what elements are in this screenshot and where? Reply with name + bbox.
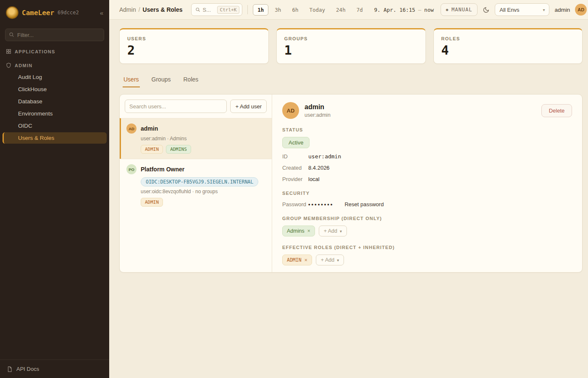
refresh-mode-label: MANUAL — [452, 7, 472, 13]
field-value: user:admin — [308, 153, 341, 160]
time-range-1h[interactable]: 1h — [253, 4, 268, 16]
status-badge: Active — [282, 137, 310, 148]
environment-selected-value: All Envs — [499, 7, 519, 13]
oidc-provider-badge: OIDC:DESKTOP-FB5VGJ9.SIEGELN.INTERNAL — [141, 177, 258, 186]
group-name: Admins — [287, 228, 304, 234]
dark-mode-toggle[interactable] — [483, 6, 490, 13]
search-shortcut-badge: Ctrl+K — [217, 6, 240, 14]
environment-select[interactable]: All Envs ▾ — [495, 3, 549, 16]
tab-bar: Users Groups Roles — [119, 72, 583, 87]
group-membership-row: Admins × + Add ▾ — [282, 226, 572, 236]
chevron-down-icon: ▾ — [543, 8, 545, 12]
effective-roles-heading: EFFECTIVE ROLES (DIRECT + INHERITED) — [282, 245, 572, 250]
sidebar-filter — [5, 29, 104, 41]
main-area: Admin / Users & Roles Ctrl+K 1h 3h 6h To… — [109, 0, 588, 378]
search-icon — [195, 7, 200, 12]
tab-users[interactable]: Users — [123, 72, 140, 87]
api-docs-label: API Docs — [16, 366, 39, 372]
time-range-7d[interactable]: 7d — [352, 4, 368, 16]
sidebar-section-label: ADMIN — [15, 63, 33, 68]
time-range-3h[interactable]: 3h — [270, 4, 286, 16]
global-search-input[interactable] — [203, 7, 215, 13]
app-logo-icon — [6, 6, 18, 19]
sidebar-collapse-icon[interactable]: « — [100, 9, 103, 16]
add-group-button[interactable]: + Add ▾ — [319, 226, 347, 236]
page-content: USERS 2 GROUPS 1 ROLES 4 Users Groups Ro… — [109, 20, 588, 273]
user-list-item-platform-owner[interactable]: PO Platform Owner OIDC:DESKTOP-FB5VGJ9.S… — [120, 159, 272, 212]
password-row: Password •••••••• Reset password — [282, 201, 572, 207]
user-search-input[interactable] — [125, 100, 227, 113]
delete-user-button[interactable]: Delete — [541, 104, 572, 117]
user-badges: ADMIN ADMINS — [141, 145, 266, 154]
sidebar-item-audit-log[interactable]: Audit Log — [3, 71, 107, 83]
role-name: ADMIN — [287, 257, 302, 263]
field-row-created: Created 8.4.2026 — [282, 165, 572, 171]
date-to: now — [424, 7, 434, 13]
tab-groups[interactable]: Groups — [151, 72, 172, 87]
sidebar-api-docs-link[interactable]: API Docs — [0, 360, 109, 378]
sidebar: CameLeer 69dcce2 « APPLICATIONS ADMIN Au… — [0, 0, 109, 378]
stat-value: 2 — [127, 43, 261, 58]
remove-role-icon[interactable]: × — [304, 257, 307, 263]
shield-icon — [6, 63, 11, 68]
user-meta: user:oidc:8evzqofluhld · no groups — [141, 189, 266, 194]
field-label: ID — [282, 153, 308, 160]
breadcrumb-current: Users & Roles — [143, 6, 183, 13]
sidebar-section-label: APPLICATIONS — [15, 49, 55, 54]
stat-label: GROUPS — [284, 36, 418, 41]
user-detail-name: admin — [304, 103, 331, 111]
sidebar-section-applications[interactable]: APPLICATIONS — [0, 43, 109, 57]
breadcrumb-separator: / — [139, 6, 140, 13]
time-range-24h[interactable]: 24h — [331, 4, 350, 16]
stat-card-roles: ROLES 4 — [433, 28, 583, 64]
sidebar-item-environments[interactable]: Environments — [3, 108, 107, 119]
user-avatar[interactable]: AD — [575, 4, 587, 16]
user-list-item-admin[interactable]: AD admin user:admin · Admins ADMIN ADMIN… — [120, 118, 272, 159]
role-chip: ADMIN × — [282, 255, 312, 265]
sidebar-section-admin[interactable]: ADMIN — [0, 57, 109, 71]
field-value: local — [308, 176, 320, 182]
search-icon — [9, 32, 14, 37]
group-membership-chip: Admins × — [282, 226, 315, 236]
date-range-display[interactable]: 9. Apr. 16:15 — now — [374, 7, 434, 13]
reset-password-link[interactable]: Reset password — [344, 201, 383, 207]
remove-group-icon[interactable]: × — [307, 228, 310, 234]
chevron-down-icon: ▾ — [337, 258, 339, 262]
role-badge: ADMIN — [141, 198, 163, 207]
tab-roles[interactable]: Roles — [182, 72, 199, 87]
sidebar-filter-input[interactable] — [5, 29, 104, 41]
stat-value: 1 — [284, 43, 418, 58]
app-title: CameLeer — [22, 9, 54, 17]
users-panel: + Add user AD admin user:admin · Admins … — [119, 94, 583, 273]
user-avatar: AD — [282, 102, 299, 119]
time-range-6h[interactable]: 6h — [287, 4, 303, 16]
sidebar-item-clickhouse[interactable]: ClickHouse — [3, 84, 107, 95]
add-user-button[interactable]: + Add user — [230, 100, 267, 113]
field-row-id: ID user:admin — [282, 153, 572, 160]
time-range-today[interactable]: Today — [304, 4, 330, 16]
stat-card-groups: GROUPS 1 — [276, 28, 426, 64]
field-label: Created — [282, 165, 308, 171]
sidebar-header: CameLeer 69dcce2 « — [0, 0, 109, 24]
sidebar-spacer — [0, 144, 109, 360]
sidebar-nav: Audit Log ClickHouse Database Environmen… — [0, 71, 109, 144]
sidebar-item-database[interactable]: Database — [3, 96, 107, 107]
chevron-down-icon: ▾ — [340, 229, 342, 234]
user-list: + Add user AD admin user:admin · Admins … — [120, 94, 272, 272]
user-detail-id: user:admin — [304, 112, 331, 118]
moon-icon — [483, 6, 490, 13]
sidebar-item-users-roles[interactable]: Users & Roles — [3, 132, 107, 144]
user-avatar: AD — [126, 123, 136, 134]
user-detail-pane: AD admin user:admin Delete STATUS Active… — [272, 94, 582, 272]
field-label: Provider — [282, 176, 308, 182]
global-search[interactable]: Ctrl+K — [191, 3, 243, 16]
sidebar-item-oidc[interactable]: OIDC — [3, 120, 107, 131]
status-dot-icon: ● — [446, 8, 449, 12]
group-badge: ADMINS — [166, 145, 191, 154]
stat-label: USERS — [127, 36, 261, 41]
refresh-mode-button[interactable]: ● MANUAL — [441, 3, 478, 16]
add-role-button[interactable]: + Add ▾ — [316, 255, 344, 265]
breadcrumb-parent[interactable]: Admin — [119, 6, 136, 13]
stat-value: 4 — [441, 43, 575, 58]
topbar-right-cluster: ● MANUAL All Envs ▾ admin AD — [441, 3, 587, 16]
